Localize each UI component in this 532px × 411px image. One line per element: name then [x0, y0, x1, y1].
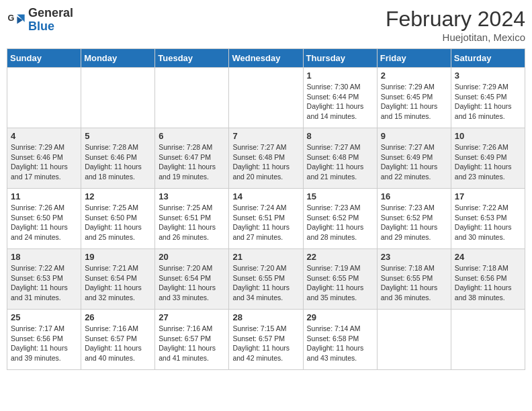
calendar-cell — [7, 68, 81, 128]
calendar-cell: 9Sunrise: 7:27 AM Sunset: 6:49 PM Daylig… — [377, 128, 451, 189]
day-info: Sunrise: 7:27 AM Sunset: 6:49 PM Dayligh… — [381, 142, 447, 182]
day-info: Sunrise: 7:25 AM Sunset: 6:50 PM Dayligh… — [85, 203, 151, 242]
day-number: 4 — [11, 131, 77, 141]
day-number: 10 — [455, 131, 521, 141]
logo-icon: G — [7, 11, 26, 30]
day-info: Sunrise: 7:18 AM Sunset: 6:55 PM Dayligh… — [381, 263, 447, 303]
day-info: Sunrise: 7:24 AM Sunset: 6:51 PM Dayligh… — [232, 203, 299, 242]
page-header: G General Blue February 2024 Huejotitan,… — [7, 7, 525, 43]
day-number: 29 — [307, 312, 373, 322]
weekday-header-monday: Monday — [81, 49, 155, 68]
day-number: 14 — [232, 191, 299, 201]
calendar-cell: 23Sunrise: 7:18 AM Sunset: 6:55 PM Dayli… — [377, 249, 451, 310]
calendar-cell: 28Sunrise: 7:15 AM Sunset: 6:57 PM Dayli… — [229, 310, 303, 370]
weekday-header-thursday: Thursday — [303, 49, 377, 68]
day-number: 5 — [85, 131, 151, 141]
calendar-cell: 4Sunrise: 7:29 AM Sunset: 6:46 PM Daylig… — [7, 128, 81, 189]
day-info: Sunrise: 7:22 AM Sunset: 6:53 PM Dayligh… — [455, 203, 521, 242]
calendar-cell: 16Sunrise: 7:23 AM Sunset: 6:52 PM Dayli… — [377, 189, 451, 249]
calendar-body: 1Sunrise: 7:30 AM Sunset: 6:44 PM Daylig… — [7, 68, 525, 370]
day-info: Sunrise: 7:16 AM Sunset: 6:57 PM Dayligh… — [159, 324, 225, 363]
calendar-cell: 7Sunrise: 7:27 AM Sunset: 6:48 PM Daylig… — [229, 128, 303, 189]
day-info: Sunrise: 7:20 AM Sunset: 6:55 PM Dayligh… — [232, 263, 299, 303]
day-number: 12 — [85, 191, 151, 201]
calendar-cell: 15Sunrise: 7:23 AM Sunset: 6:52 PM Dayli… — [303, 189, 377, 249]
calendar-cell: 29Sunrise: 7:14 AM Sunset: 6:58 PM Dayli… — [303, 310, 377, 370]
week-row-3: 18Sunrise: 7:22 AM Sunset: 6:53 PM Dayli… — [7, 249, 525, 310]
day-info: Sunrise: 7:20 AM Sunset: 6:54 PM Dayligh… — [159, 263, 225, 303]
calendar-title: February 2024 — [386, 7, 525, 32]
day-number: 13 — [159, 191, 225, 201]
logo: G General Blue — [7, 7, 73, 34]
day-number: 25 — [11, 312, 77, 322]
calendar-cell: 5Sunrise: 7:28 AM Sunset: 6:46 PM Daylig… — [81, 128, 155, 189]
day-number: 16 — [381, 191, 447, 201]
day-info: Sunrise: 7:15 AM Sunset: 6:57 PM Dayligh… — [232, 324, 299, 363]
day-number: 17 — [455, 191, 521, 201]
day-number: 8 — [307, 131, 373, 141]
calendar-cell: 11Sunrise: 7:26 AM Sunset: 6:50 PM Dayli… — [7, 189, 81, 249]
calendar-cell: 22Sunrise: 7:19 AM Sunset: 6:55 PM Dayli… — [303, 249, 377, 310]
day-info: Sunrise: 7:29 AM Sunset: 6:45 PM Dayligh… — [455, 82, 521, 122]
day-number: 9 — [381, 131, 447, 141]
calendar-cell — [377, 310, 451, 370]
day-info: Sunrise: 7:27 AM Sunset: 6:48 PM Dayligh… — [232, 142, 299, 182]
weekday-header-tuesday: Tuesday — [155, 49, 229, 68]
day-number: 1 — [307, 71, 373, 81]
day-info: Sunrise: 7:26 AM Sunset: 6:50 PM Dayligh… — [11, 203, 77, 242]
day-info: Sunrise: 7:19 AM Sunset: 6:55 PM Dayligh… — [307, 263, 373, 303]
calendar-cell: 2Sunrise: 7:29 AM Sunset: 6:45 PM Daylig… — [377, 68, 451, 128]
calendar-table: SundayMondayTuesdayWednesdayThursdayFrid… — [7, 48, 525, 370]
calendar-cell: 1Sunrise: 7:30 AM Sunset: 6:44 PM Daylig… — [303, 68, 377, 128]
day-info: Sunrise: 7:22 AM Sunset: 6:53 PM Dayligh… — [11, 263, 77, 303]
svg-text:G: G — [7, 13, 14, 23]
weekday-header-friday: Friday — [377, 49, 451, 68]
calendar-cell: 25Sunrise: 7:17 AM Sunset: 6:56 PM Dayli… — [7, 310, 81, 370]
day-number: 23 — [381, 252, 447, 262]
calendar-cell — [81, 68, 155, 128]
day-number: 19 — [85, 252, 151, 262]
calendar-cell: 12Sunrise: 7:25 AM Sunset: 6:50 PM Dayli… — [81, 189, 155, 249]
calendar-cell: 10Sunrise: 7:26 AM Sunset: 6:49 PM Dayli… — [451, 128, 525, 189]
calendar-cell: 24Sunrise: 7:18 AM Sunset: 6:56 PM Dayli… — [451, 249, 525, 310]
title-block: February 2024 Huejotitan, Mexico — [386, 7, 525, 43]
calendar-cell — [229, 68, 303, 128]
calendar-cell — [155, 68, 229, 128]
logo-general: General — [28, 6, 73, 19]
day-number: 3 — [455, 71, 521, 81]
week-row-2: 11Sunrise: 7:26 AM Sunset: 6:50 PM Dayli… — [7, 189, 525, 249]
logo-blue: Blue — [28, 19, 54, 33]
calendar-cell: 13Sunrise: 7:25 AM Sunset: 6:51 PM Dayli… — [155, 189, 229, 249]
weekday-header-sunday: Sunday — [7, 49, 81, 68]
day-info: Sunrise: 7:26 AM Sunset: 6:49 PM Dayligh… — [455, 142, 521, 182]
day-info: Sunrise: 7:28 AM Sunset: 6:46 PM Dayligh… — [85, 142, 151, 182]
calendar-cell: 8Sunrise: 7:27 AM Sunset: 6:48 PM Daylig… — [303, 128, 377, 189]
day-number: 24 — [455, 252, 521, 262]
weekday-header-wednesday: Wednesday — [229, 49, 303, 68]
calendar-cell: 20Sunrise: 7:20 AM Sunset: 6:54 PM Dayli… — [155, 249, 229, 310]
day-info: Sunrise: 7:23 AM Sunset: 6:52 PM Dayligh… — [381, 203, 447, 242]
day-number: 20 — [159, 252, 225, 262]
day-info: Sunrise: 7:14 AM Sunset: 6:58 PM Dayligh… — [307, 324, 373, 363]
day-number: 6 — [159, 131, 225, 141]
week-row-1: 4Sunrise: 7:29 AM Sunset: 6:46 PM Daylig… — [7, 128, 525, 189]
calendar-cell: 21Sunrise: 7:20 AM Sunset: 6:55 PM Dayli… — [229, 249, 303, 310]
calendar-subtitle: Huejotitan, Mexico — [386, 32, 525, 43]
calendar-cell — [451, 310, 525, 370]
weekday-header-saturday: Saturday — [451, 49, 525, 68]
calendar-cell: 19Sunrise: 7:21 AM Sunset: 6:54 PM Dayli… — [81, 249, 155, 310]
week-row-4: 25Sunrise: 7:17 AM Sunset: 6:56 PM Dayli… — [7, 310, 525, 370]
calendar-cell: 6Sunrise: 7:28 AM Sunset: 6:47 PM Daylig… — [155, 128, 229, 189]
day-info: Sunrise: 7:21 AM Sunset: 6:54 PM Dayligh… — [85, 263, 151, 303]
day-info: Sunrise: 7:17 AM Sunset: 6:56 PM Dayligh… — [11, 324, 77, 363]
day-info: Sunrise: 7:30 AM Sunset: 6:44 PM Dayligh… — [307, 82, 373, 122]
logo-text: General Blue — [28, 7, 73, 34]
day-number: 21 — [232, 252, 299, 262]
calendar-header: SundayMondayTuesdayWednesdayThursdayFrid… — [7, 49, 525, 68]
day-info: Sunrise: 7:16 AM Sunset: 6:57 PM Dayligh… — [85, 324, 151, 363]
calendar-cell: 14Sunrise: 7:24 AM Sunset: 6:51 PM Dayli… — [229, 189, 303, 249]
day-info: Sunrise: 7:29 AM Sunset: 6:46 PM Dayligh… — [11, 142, 77, 182]
day-number: 27 — [159, 312, 225, 322]
calendar-cell: 26Sunrise: 7:16 AM Sunset: 6:57 PM Dayli… — [81, 310, 155, 370]
day-info: Sunrise: 7:25 AM Sunset: 6:51 PM Dayligh… — [159, 203, 225, 242]
